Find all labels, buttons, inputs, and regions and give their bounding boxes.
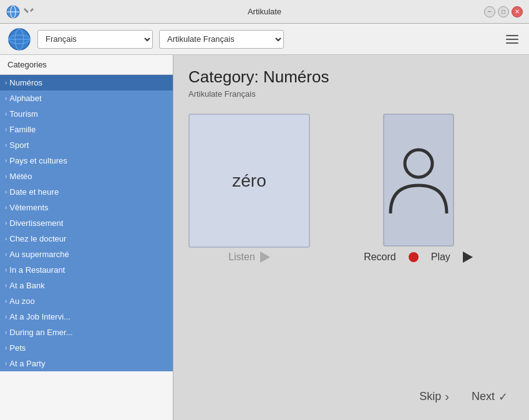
record-card bbox=[383, 114, 454, 247]
sidebar-item-2[interactable]: ›Tourism bbox=[0, 106, 173, 122]
word-card: zéro bbox=[188, 114, 310, 248]
sidebar-item-8[interactable]: ›Vêtements bbox=[0, 200, 173, 215]
hamburger-line-2 bbox=[506, 39, 518, 40]
sidebar-list: ›Numéros›Alphabet›Tourism›Famille›Sport›… bbox=[0, 75, 173, 420]
sidebar-chevron-14: › bbox=[5, 298, 7, 305]
next-label: Next bbox=[472, 390, 495, 403]
sidebar: Categories ›Numéros›Alphabet›Tourism›Fam… bbox=[0, 55, 173, 420]
svg-point-7 bbox=[405, 150, 432, 177]
sidebar-label-3: Famille bbox=[9, 125, 167, 134]
category-title: Category: Numéros bbox=[188, 67, 514, 87]
course-select[interactable]: Artikulate Français bbox=[159, 30, 284, 49]
next-button[interactable]: Next ✓ bbox=[465, 386, 514, 408]
skip-label: Skip bbox=[419, 390, 441, 403]
sidebar-label-11: Au supermarché bbox=[9, 250, 167, 259]
sidebar-label-10: Chez le docteur bbox=[9, 234, 167, 243]
sidebar-label-7: Date et heure bbox=[9, 187, 167, 197]
hamburger-line-1 bbox=[506, 35, 518, 36]
sidebar-item-9[interactable]: ›Divertissement bbox=[0, 215, 173, 231]
tools-icon bbox=[24, 7, 34, 17]
sidebar-item-18[interactable]: ›At a Party bbox=[0, 356, 173, 371]
sidebar-label-2: Tourism bbox=[9, 109, 167, 119]
sidebar-chevron-18: › bbox=[5, 360, 7, 367]
minimize-button[interactable]: − bbox=[484, 6, 495, 17]
sidebar-header: Categories bbox=[0, 55, 173, 75]
toolbar: Français Artikulate Français bbox=[0, 24, 529, 55]
sidebar-chevron-5: › bbox=[5, 157, 7, 164]
sidebar-chevron-0: › bbox=[5, 79, 7, 86]
sidebar-label-0: Numéros bbox=[9, 78, 167, 87]
sidebar-label-12: In a Restaurant bbox=[9, 265, 167, 275]
hamburger-line-3 bbox=[506, 42, 518, 44]
sidebar-label-1: Alphabet bbox=[9, 94, 167, 103]
record-bar: Record Play bbox=[364, 252, 473, 263]
close-button[interactable]: ✕ bbox=[512, 6, 523, 17]
sidebar-chevron-13: › bbox=[5, 282, 7, 289]
bottom-bar: Skip › Next ✓ bbox=[188, 381, 514, 408]
main-area: Categories ›Numéros›Alphabet›Tourism›Fam… bbox=[0, 55, 529, 420]
sidebar-item-10[interactable]: ›Chez le docteur bbox=[0, 231, 173, 247]
sidebar-item-11[interactable]: ›Au supermarché bbox=[0, 247, 173, 262]
sidebar-item-1[interactable]: ›Alphabet bbox=[0, 90, 173, 106]
sidebar-label-4: Sport bbox=[9, 140, 167, 150]
sidebar-label-15: At a Job Intervi... bbox=[9, 312, 167, 321]
window-controls: − □ ✕ bbox=[484, 6, 523, 17]
next-check-icon: ✓ bbox=[498, 390, 508, 404]
sidebar-chevron-17: › bbox=[5, 344, 7, 351]
menu-button[interactable] bbox=[503, 30, 522, 49]
sidebar-chevron-3: › bbox=[5, 126, 7, 133]
sidebar-label-5: Pays et cultures bbox=[9, 156, 167, 165]
sidebar-label-13: At a Bank bbox=[9, 281, 167, 290]
sidebar-label-17: Pets bbox=[9, 343, 167, 353]
sidebar-chevron-2: › bbox=[5, 110, 7, 117]
sidebar-chevron-8: › bbox=[5, 204, 7, 211]
skip-chevron-icon: › bbox=[445, 389, 449, 404]
skip-button[interactable]: Skip › bbox=[413, 386, 455, 408]
word-card-wrapper: zéro Listen bbox=[188, 114, 310, 263]
globe-icon bbox=[7, 27, 31, 51]
record-play-button[interactable] bbox=[463, 252, 473, 263]
play-label: Play bbox=[431, 252, 450, 263]
sidebar-chevron-10: › bbox=[5, 235, 7, 242]
sidebar-chevron-1: › bbox=[5, 95, 7, 102]
sidebar-item-3[interactable]: ›Famille bbox=[0, 122, 173, 137]
record-card-wrapper: Record Play bbox=[323, 114, 514, 263]
cards-row: zéro Listen Record bbox=[188, 114, 514, 263]
sidebar-item-14[interactable]: ›Au zoo bbox=[0, 293, 173, 309]
category-subtitle: Artikulate Français bbox=[188, 89, 514, 99]
language-select[interactable]: Français bbox=[37, 30, 153, 49]
sidebar-item-13[interactable]: ›At a Bank bbox=[0, 278, 173, 293]
sidebar-label-14: Au zoo bbox=[9, 296, 167, 306]
listen-label: Listen bbox=[228, 252, 255, 263]
sidebar-item-12[interactable]: ›In a Restaurant bbox=[0, 262, 173, 278]
sidebar-chevron-11: › bbox=[5, 251, 7, 258]
sidebar-item-17[interactable]: ›Pets bbox=[0, 340, 173, 356]
sidebar-chevron-7: › bbox=[5, 188, 7, 195]
sidebar-chevron-16: › bbox=[5, 329, 7, 336]
word-text: zéro bbox=[232, 171, 266, 191]
listen-bar: Listen bbox=[188, 252, 310, 263]
person-icon bbox=[384, 142, 453, 217]
record-label: Record bbox=[364, 252, 396, 263]
maximize-button[interactable]: □ bbox=[498, 6, 509, 17]
sidebar-item-15[interactable]: ›At a Job Intervi... bbox=[0, 309, 173, 325]
sidebar-item-4[interactable]: ›Sport bbox=[0, 137, 173, 153]
sidebar-label-9: Divertissement bbox=[9, 218, 167, 228]
content-area: Category: Numéros Artikulate Français zé… bbox=[173, 55, 529, 420]
sidebar-chevron-6: › bbox=[5, 173, 7, 180]
sidebar-item-16[interactable]: ›During an Emer... bbox=[0, 325, 173, 340]
sidebar-label-8: Vêtements bbox=[9, 203, 167, 212]
sidebar-label-16: During an Emer... bbox=[9, 328, 167, 337]
record-button[interactable] bbox=[409, 252, 419, 262]
window-title: Artikulate bbox=[248, 7, 281, 16]
sidebar-item-5[interactable]: ›Pays et cultures bbox=[0, 153, 173, 168]
sidebar-label-6: Météo bbox=[9, 172, 167, 181]
sidebar-item-0[interactable]: ›Numéros bbox=[0, 75, 173, 90]
sidebar-item-7[interactable]: ›Date et heure bbox=[0, 184, 173, 200]
sidebar-item-6[interactable]: ›Météo bbox=[0, 168, 173, 184]
titlebar: Artikulate − □ ✕ bbox=[0, 0, 529, 24]
listen-play-button[interactable] bbox=[260, 252, 270, 263]
app-icon bbox=[6, 5, 20, 19]
sidebar-chevron-9: › bbox=[5, 220, 7, 227]
sidebar-chevron-4: › bbox=[5, 142, 7, 149]
